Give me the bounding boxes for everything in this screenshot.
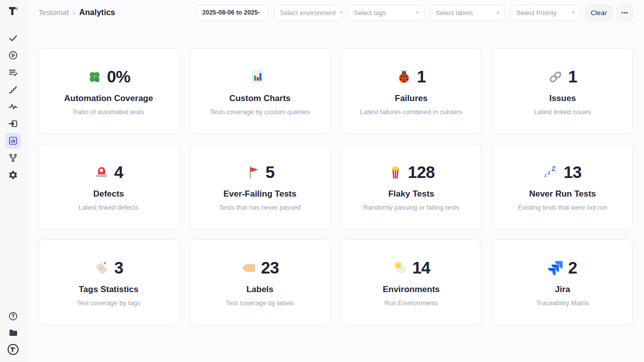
priority-placeholder: Select Priority	[516, 9, 556, 17]
breadcrumb-project[interactable]: Testomat	[38, 8, 69, 17]
chevron-down-icon: ▾	[497, 10, 499, 15]
sidebar-item-projects[interactable]	[5, 325, 21, 341]
more-options-button[interactable]: •••	[617, 5, 633, 21]
tags-placeholder: Select tags	[354, 9, 386, 17]
zzz-icon: Z z z	[543, 165, 558, 180]
environment-select[interactable]: Select environment ▾	[274, 5, 343, 21]
popcorn-icon	[388, 165, 403, 180]
link-icon	[548, 69, 563, 84]
sidebar-item-runs[interactable]	[5, 47, 21, 63]
card-value: 1	[568, 67, 577, 86]
runs-play-icon	[8, 50, 18, 60]
clear-button[interactable]: Clear	[586, 5, 612, 21]
settings-gear-icon	[8, 170, 18, 180]
card-title: Never Run Tests	[529, 189, 596, 199]
card-subtitle: Latest failures combined in culsters	[360, 108, 462, 116]
projects-folder-icon	[8, 328, 18, 338]
card-title: Ever-Failing Tests	[223, 189, 296, 199]
card-subtitle: Tests coverage by custom quieries	[210, 108, 310, 116]
card-subtitle: Ratio of automated tests	[73, 108, 144, 116]
card-title: Issues	[549, 94, 576, 104]
branches-fork-icon	[8, 153, 18, 163]
card-value: 0%	[107, 67, 131, 86]
jira-logo-icon	[548, 260, 563, 276]
card-subtitle: Randomly passing or failing tests	[363, 204, 459, 211]
bar-chart-icon	[250, 69, 265, 84]
card-title: Labels	[247, 285, 274, 295]
sun-cloud-icon	[392, 260, 408, 276]
chevron-down-icon: ▾	[340, 10, 342, 15]
card-value: 5	[266, 163, 275, 182]
filter-controls: 2025-08-06 to 2025- Select environment ▾…	[196, 5, 633, 21]
card-custom-charts[interactable]: Custom Charts Tests coverage by custom q…	[190, 48, 331, 134]
card-title: Automation Coverage	[64, 94, 153, 104]
tags-select[interactable]: Select tags ▾	[348, 5, 425, 21]
card-subtitle: Traceability Matrix	[536, 299, 589, 307]
labels-placeholder: Select labels	[436, 9, 473, 17]
svg-text:Z: Z	[551, 165, 555, 172]
sidebar-item-plans[interactable]	[5, 64, 21, 80]
sidebar-item-tests[interactable]	[5, 30, 21, 46]
card-labels[interactable]: 23 Labels Test coverage by labels	[190, 239, 331, 325]
card-title: Defects	[93, 189, 124, 199]
card-title: Tags Statistics	[79, 285, 139, 295]
label-tag-icon	[241, 260, 256, 276]
card-subtitle: Tests that has never passed	[219, 204, 301, 211]
sidebar-bottom	[5, 308, 21, 358]
environment-placeholder: Select environment	[280, 9, 336, 17]
card-tags-statistics[interactable]: 3 Tags Statistics Test coverage by tags	[38, 239, 179, 325]
card-issues[interactable]: 1 Issues Latest linked issues	[492, 48, 633, 134]
card-value: 13	[564, 163, 582, 182]
svg-text:z: z	[544, 173, 546, 178]
chevron-down-icon: ▾	[572, 10, 575, 15]
card-title: Jira	[555, 285, 570, 295]
card-value: 23	[261, 258, 279, 278]
red-flag-icon	[246, 165, 261, 180]
card-never-run-tests[interactable]: Z z z 13 Never Run Tests Existing tests …	[492, 144, 633, 229]
plans-list-check-icon	[8, 67, 18, 77]
card-subtitle: Test coverage by tags	[77, 299, 140, 307]
sidebar-item-settings[interactable]	[5, 167, 21, 183]
breadcrumb: Testomat › Analytics	[38, 8, 115, 17]
card-value: 1	[417, 67, 426, 86]
sidebar-item-steps[interactable]	[5, 81, 21, 98]
card-subtitle: Existing tests that were not run	[518, 204, 607, 211]
sidebar-item-analytics[interactable]	[5, 133, 21, 149]
card-value: 128	[408, 163, 435, 182]
steps-stairs-icon	[8, 84, 18, 95]
breadcrumb-separator-icon: ›	[73, 9, 75, 17]
testomat-logo-icon	[7, 5, 19, 17]
card-failures[interactable]: 1 Failures Latest failures combined in c…	[341, 48, 482, 134]
analytics-chart-icon	[8, 136, 18, 146]
card-ever-failing-tests[interactable]: 5 Ever-Failing Tests Tests that has neve…	[190, 144, 331, 229]
siren-icon	[94, 165, 109, 180]
sidebar-item-branches[interactable]	[5, 150, 21, 166]
tests-check-icon	[8, 33, 18, 43]
priority-select[interactable]: Select Priority ▾	[510, 5, 581, 21]
date-range-input[interactable]: 2025-08-06 to 2025-	[196, 5, 269, 21]
card-defects[interactable]: 4 Defects Latest linked defects	[38, 144, 179, 229]
card-jira[interactable]: 2 Jira Traceability Matrix	[492, 239, 633, 325]
labels-select[interactable]: Select labels ▾	[430, 5, 505, 21]
import-arrow-icon	[8, 119, 18, 129]
card-value: 3	[114, 258, 123, 278]
testomat-logo-icon	[7, 343, 19, 355]
topbar: Testomat › Analytics 2025-08-06 to 2025-…	[38, 0, 633, 25]
card-title: Custom Charts	[229, 94, 291, 104]
pulse-activity-icon	[8, 102, 18, 112]
card-automation-coverage[interactable]: 0% Automation Coverage Ratio of automate…	[38, 48, 179, 134]
sidebar-item-help[interactable]	[5, 308, 21, 324]
card-subtitle: Latest linked defects	[79, 204, 139, 211]
testomat-logo[interactable]	[7, 5, 19, 17]
sidebar-item-account[interactable]	[5, 341, 21, 357]
sidebar-item-import[interactable]	[5, 116, 21, 132]
card-value: 2	[568, 258, 577, 278]
chevron-down-icon: ▾	[416, 10, 419, 15]
clover-icon	[87, 69, 102, 84]
card-flaky-tests[interactable]: 128 Flaky Tests Randomly passing or fail…	[341, 144, 482, 229]
card-value: 14	[413, 258, 431, 278]
card-environments[interactable]: 14 Environments Run Environments	[341, 239, 482, 325]
sidebar	[0, 0, 26, 362]
card-value: 4	[114, 163, 123, 182]
sidebar-item-pulse[interactable]	[5, 99, 21, 115]
